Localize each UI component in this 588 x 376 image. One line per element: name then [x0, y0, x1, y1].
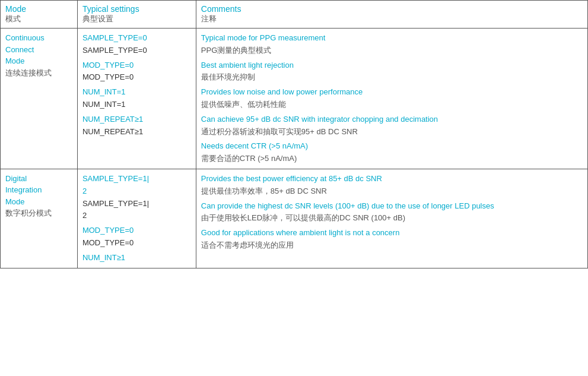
header-comments-cn: 注释 [201, 14, 583, 24]
setting-en-0-0: SAMPLE_TYPE=0 [82, 32, 191, 45]
setting-en-0-2: NUM_INT=1 [82, 86, 191, 99]
comment-en-1-2: Good for applications where ambient ligh… [201, 227, 583, 239]
comment-en-0-1: Best ambient light rejection [201, 59, 583, 72]
comment-en-0-3: Can achieve 95+ dB dc SNR with integrato… [201, 113, 583, 126]
setting-cn-0-0: SAMPLE_TYPE=0 [82, 45, 191, 57]
setting-pair-0-0: SAMPLE_TYPE=0SAMPLE_TYPE=0 [82, 32, 191, 57]
comment-pair-0-4: Needs decent CTR (>5 nA/mA)需要合适的CTR (>5 … [201, 140, 583, 165]
comments-cell-1: Provides the best power efficiency at 85… [196, 169, 587, 268]
comment-pair-1-1: Can provide the highest dc SNR levels (1… [201, 200, 583, 225]
comment-cn-1-0: 提供最佳功率效率，85+ dB DC SNR [201, 185, 583, 198]
comment-pair-1-0: Provides the best power efficiency at 85… [201, 173, 583, 198]
mode-en-1: DigitalIntegrationMode [5, 173, 72, 208]
comment-cn-0-1: 最佳环境光抑制 [201, 71, 583, 84]
setting-pair-1-1: MOD_TYPE=0MOD_TYPE=0 [82, 225, 191, 249]
settings-cell-1: SAMPLE_TYPE=1|2SAMPLE_TYPE=1|2MOD_TYPE=0… [77, 169, 196, 268]
comment-cn-0-4: 需要合适的CTR (>5 nA/mA) [201, 153, 583, 165]
comment-cn-0-0: PPG测量的典型模式 [201, 45, 583, 57]
comments-cell-0: Typical mode for PPG measurementPPG测量的典型… [196, 29, 587, 169]
setting-cn-1-0: SAMPLE_TYPE=1|2 [82, 198, 191, 223]
comment-en-0-4: Needs decent CTR (>5 nA/mA) [201, 140, 583, 153]
comment-cn-0-2: 提供低噪声、低功耗性能 [201, 99, 583, 111]
main-table: Mode 模式 Typical settings 典型设置 Comments 注… [0, 0, 588, 268]
comment-pair-0-0: Typical mode for PPG measurementPPG测量的典型… [201, 32, 583, 57]
mode-cn-0: 连续连接模式 [5, 67, 72, 79]
header-mode-cn: 模式 [5, 14, 72, 24]
header-typical-en: Typical settings [82, 4, 191, 14]
comment-en-0-2: Provides low noise and low power perform… [201, 86, 583, 99]
comment-cn-1-2: 适合不需考虑环境光的应用 [201, 239, 583, 252]
comment-pair-0-2: Provides low noise and low power perform… [201, 86, 583, 111]
mode-cn-1: 数字积分模式 [5, 207, 72, 219]
setting-pair-0-1: MOD_TYPE=0MOD_TYPE=0 [82, 59, 191, 84]
comment-cn-1-1: 由于使用较长LED脉冲，可以提供最高的DC SNR (100+ dB) [201, 212, 583, 225]
header-typical-cn: 典型设置 [82, 14, 191, 24]
settings-cell-0: SAMPLE_TYPE=0SAMPLE_TYPE=0MOD_TYPE=0MOD_… [77, 29, 196, 169]
mode-cell-0: ContinuousConnectMode连续连接模式 [1, 29, 78, 169]
comment-en-0-0: Typical mode for PPG measurement [201, 32, 583, 45]
setting-pair-1-2: NUM_INT≥1 [82, 252, 191, 264]
data-row-1: DigitalIntegrationMode数字积分模式SAMPLE_TYPE=… [1, 169, 588, 268]
setting-pair-1-0: SAMPLE_TYPE=1|2SAMPLE_TYPE=1|2 [82, 173, 191, 222]
data-row-0: ContinuousConnectMode连续连接模式SAMPLE_TYPE=0… [1, 29, 588, 169]
setting-pair-0-3: NUM_REPEAT≥1NUM_REPEAT≥1 [82, 113, 191, 138]
header-comments-cell: Comments 注释 [196, 1, 587, 29]
setting-cn-1-1: MOD_TYPE=0 [82, 237, 191, 249]
setting-en-1-1: MOD_TYPE=0 [82, 225, 191, 237]
header-typical-cell: Typical settings 典型设置 [77, 1, 196, 29]
setting-en-0-1: MOD_TYPE=0 [82, 59, 191, 72]
setting-cn-0-3: NUM_REPEAT≥1 [82, 126, 191, 138]
setting-en-1-0: SAMPLE_TYPE=1|2 [82, 173, 191, 198]
comment-cn-0-3: 通过积分器斩波和抽取可实现95+ dB DC SNR [201, 126, 583, 138]
comment-pair-0-1: Best ambient light rejection最佳环境光抑制 [201, 59, 583, 84]
header-mode-cell: Mode 模式 [1, 1, 78, 29]
mode-cell-1: DigitalIntegrationMode数字积分模式 [1, 169, 78, 268]
header-row: Mode 模式 Typical settings 典型设置 Comments 注… [1, 1, 588, 29]
setting-cn-0-1: MOD_TYPE=0 [82, 71, 191, 84]
comment-en-1-0: Provides the best power efficiency at 85… [201, 173, 583, 185]
header-comments-en: Comments [201, 4, 583, 14]
comment-en-1-1: Can provide the highest dc SNR levels (1… [201, 200, 583, 213]
mode-en-0: ContinuousConnectMode [5, 32, 72, 67]
setting-cn-0-2: NUM_INT=1 [82, 99, 191, 111]
comment-pair-1-2: Good for applications where ambient ligh… [201, 227, 583, 252]
setting-pair-0-2: NUM_INT=1NUM_INT=1 [82, 86, 191, 111]
comment-pair-0-3: Can achieve 95+ dB dc SNR with integrato… [201, 113, 583, 138]
setting-en-1-2: NUM_INT≥1 [82, 252, 191, 264]
setting-en-0-3: NUM_REPEAT≥1 [82, 113, 191, 126]
header-mode-en: Mode [5, 4, 72, 14]
